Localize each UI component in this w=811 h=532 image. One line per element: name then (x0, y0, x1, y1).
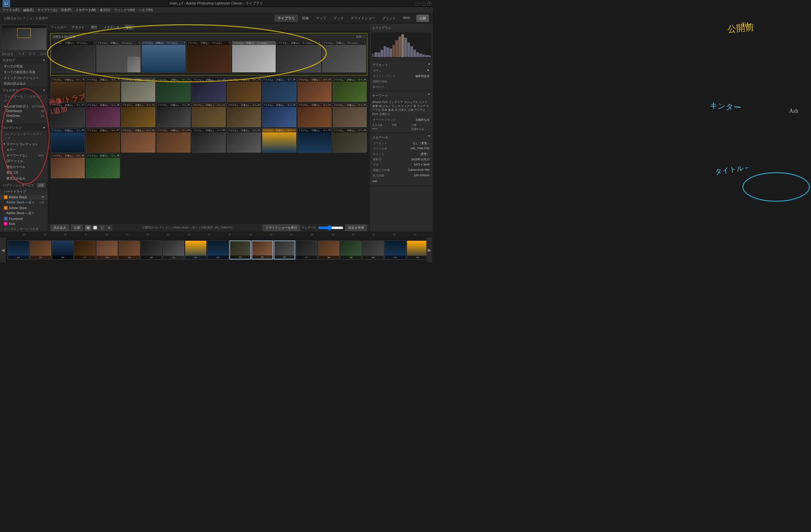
film-thumb-24[interactable]: 24 (7, 241, 29, 259)
film-thumb-33[interactable]: 33 (207, 241, 229, 259)
facebook-item[interactable]: f Facebook (0, 216, 48, 221)
catalog-all-photos[interactable]: すべての写真 (0, 64, 48, 70)
film-thumb-27[interactable]: 27 (74, 241, 96, 259)
filter-none[interactable]: なし (124, 25, 134, 30)
photo-cell-29[interactable]: フラグなし・評価なし・ラベルなし 29 (156, 128, 191, 153)
collection-filter[interactable]: コレクションをフィルタリング (0, 131, 48, 141)
loupe-view-button[interactable]: ⬜ (92, 225, 98, 231)
filter-text[interactable]: テキスト (70, 25, 87, 30)
catalog-prev-photos[interactable]: すべての前回見た写真 (0, 70, 48, 75)
thumbnail-size-slider[interactable] (318, 226, 343, 230)
collection-color[interactable]: カラー (0, 147, 48, 153)
survey-view-button[interactable]: ⧉ (106, 225, 112, 231)
folder-local-disk[interactable]: Local Disk (C:) 617/3186 (0, 104, 48, 109)
folder-onedrive[interactable]: OneDrive 22 (0, 113, 48, 118)
collection-cf[interactable]: CFファイル (0, 158, 48, 164)
film-thumb-40[interactable]: 40 (363, 241, 384, 259)
publish-services-header[interactable]: パブリッシュサービス 設定 (0, 182, 48, 189)
adobe-stock-1-item[interactable]: St Adobe Stock (0, 195, 48, 200)
film-thumb-35[interactable]: 35 (251, 241, 273, 259)
tab-develop[interactable]: 現像 (299, 15, 312, 22)
photo-cell-26[interactable]: フラグなし・評価なし・ラベルなし 26 (51, 128, 85, 153)
film-thumb-25[interactable]: 25 (30, 241, 51, 259)
photo-cell-17[interactable]: フラグなし・評価なし・ラベルなし 17 (51, 103, 85, 127)
kw-2[interactable]: 日常 (392, 123, 411, 127)
photo-cell-36[interactable]: フラグなし・評価なし・ラベルなし 36 (86, 154, 120, 178)
photo-cell-7[interactable]: フラグなし・評価なし・ラベルなし 7 (322, 41, 366, 73)
film-thumb-29[interactable]: 29 (119, 241, 140, 259)
menu-file[interactable]: ファイル(F) (2, 8, 19, 12)
film-thumb-39[interactable]: 39 (340, 241, 362, 259)
photo-grid-area[interactable]: 公開する前の写真 枚数: 7 フラグなし・評価なし・ラベルなし 1 (48, 31, 369, 223)
filter-metadata[interactable]: メタデータ (102, 25, 121, 30)
photo-cell-15[interactable]: フラグなし・評価なし・ラベルなし 15 (297, 78, 332, 102)
photo-cell-10[interactable]: フラグなし・評価なし・ラベルなし 10 (121, 78, 155, 102)
photo-cell-35[interactable]: フラグなし・評価なし・ラベルなし 35 (51, 154, 85, 178)
photo-cell-31[interactable]: フラグなし・評価なし・ラベルなし 31 (227, 128, 261, 153)
presets-header[interactable]: プリセット (370, 62, 433, 68)
folders-header[interactable]: フォルダー (0, 87, 48, 94)
collection-no-keywords[interactable]: キーワードなし 1631 (0, 153, 48, 158)
tab-slideshow[interactable]: スライドショー (348, 15, 378, 22)
photo-cell-2[interactable]: フラグなし・評価なし・ラベルなし 2 (96, 41, 140, 73)
filter-attribute[interactable]: 属性 (89, 25, 99, 30)
film-thumb-34[interactable]: 34 (229, 241, 251, 259)
photo-cell-25[interactable]: フラグなし・評価なし・ラベルなし 25 (333, 103, 367, 127)
photo-cell-13[interactable]: フラグなし・評価なし・ラベルなし 13 (227, 78, 261, 102)
film-thumb-41[interactable]: 41 (385, 241, 406, 259)
menu-edit[interactable]: 編集(E) (23, 8, 34, 12)
photo-cell-22[interactable]: フラグなし・評価なし・ラベルなし 22 (227, 103, 261, 127)
grid-view-button[interactable]: ⊞ (85, 225, 91, 231)
photo-cell-6[interactable]: フラグなし・評価なし・ラベルなし 6 (277, 41, 321, 73)
photo-cell-34[interactable]: フラグなし・評価なし・ラベルなし 34 (333, 128, 367, 153)
menu-window[interactable]: ウィンドウ(W) (114, 8, 135, 12)
menu-view[interactable]: 表示(V) (100, 8, 110, 12)
hard-drive-settings-btn[interactable]: 設定 (37, 183, 45, 187)
menu-metadata[interactable]: メタデータ(M) (75, 8, 96, 12)
filmstrip-prev-button[interactable]: ◀ (0, 237, 6, 262)
photo-cell-3[interactable]: フラグなし・評価なし・ラベルなし 3 (142, 41, 186, 73)
close-button[interactable]: ✕ (427, 1, 431, 6)
menu-library[interactable]: ライブラリ(L) (37, 8, 57, 12)
photo-cell-16[interactable]: フラグなし・評価なし・ラベルなし 16 (333, 78, 367, 102)
hard-drive-item[interactable]: ハードドライブ (0, 189, 48, 195)
tab-book[interactable]: ブック (330, 15, 347, 22)
zoom-1-1[interactable]: 1 : 1 (29, 52, 35, 56)
film-thumb-42[interactable]: 42 (407, 241, 426, 259)
keywords-header[interactable]: キーワード (370, 92, 433, 99)
compare-view-button[interactable]: ◫ (99, 225, 105, 231)
collection-recent-import[interactable]: 最近読み込み (0, 176, 48, 181)
photo-cell-21[interactable]: フラグなし・評価なし・ラベルなし 21 (192, 103, 226, 127)
folder-downloads[interactable]: Downloads 33 (0, 109, 48, 113)
tab-map[interactable]: マップ (313, 15, 330, 22)
filmstrip-next-button[interactable]: ▶ (426, 237, 433, 262)
manage-settings-button[interactable]: 設定を管理 (345, 225, 367, 231)
folder-images[interactable]: 画像 (0, 118, 48, 124)
photo-cell-20[interactable]: フラグなし・評価なし・ラベルなし 20 (156, 103, 191, 127)
adobe-stock-1-sub[interactable]: Adobe Stock へ送り 176 (0, 200, 48, 205)
film-thumb-38[interactable]: 38 (318, 241, 340, 259)
tab-web[interactable]: Web (400, 15, 413, 22)
collections-header[interactable]: コレクション (0, 124, 48, 131)
film-thumb-30[interactable]: 30 (141, 241, 162, 259)
tab-library[interactable]: ライブラリ (274, 15, 298, 22)
zoom-fill[interactable]: 入力 (40, 52, 46, 56)
menu-photo[interactable]: 写真(P) (61, 8, 71, 12)
photo-cell-11[interactable]: フラグなし・評価なし・ラベルなし 11 (156, 78, 191, 102)
collection-smart[interactable]: スマートコレクション (0, 141, 48, 147)
collection-recent-1month[interactable]: 最近 1月 (0, 170, 48, 176)
publish-button[interactable]: 公開 (71, 225, 83, 231)
photo-cell-18[interactable]: フラグなし・評価なし・ラベルなし 18 (86, 103, 120, 127)
film-thumb-26[interactable]: 26 (52, 241, 74, 259)
photo-cell-14[interactable]: フラグなし・評価なし・ラベルなし 14 (262, 78, 296, 102)
photo-cell-1[interactable]: フラグなし・評価なし・ラベルなし 1 (51, 41, 95, 73)
zoom-fit[interactable]: 合わせる (2, 52, 13, 56)
catalog-quick-collection[interactable]: クイックコレクション + (0, 75, 48, 81)
folder-filter[interactable]: フォルダーをフィルタリング (0, 94, 48, 104)
slideshow-button[interactable]: スライドショーを実行 (263, 225, 300, 231)
maximize-button[interactable]: □ (421, 1, 426, 6)
online-services-item[interactable]: オンラインサービスを持参... (0, 226, 48, 232)
photo-cell-32[interactable]: フラグなし・評価なし・ラベルなし 32 (262, 128, 296, 153)
film-thumb-36[interactable]: 36 (274, 241, 295, 259)
zoom-1-4[interactable]: 1 : 4 (19, 52, 25, 56)
